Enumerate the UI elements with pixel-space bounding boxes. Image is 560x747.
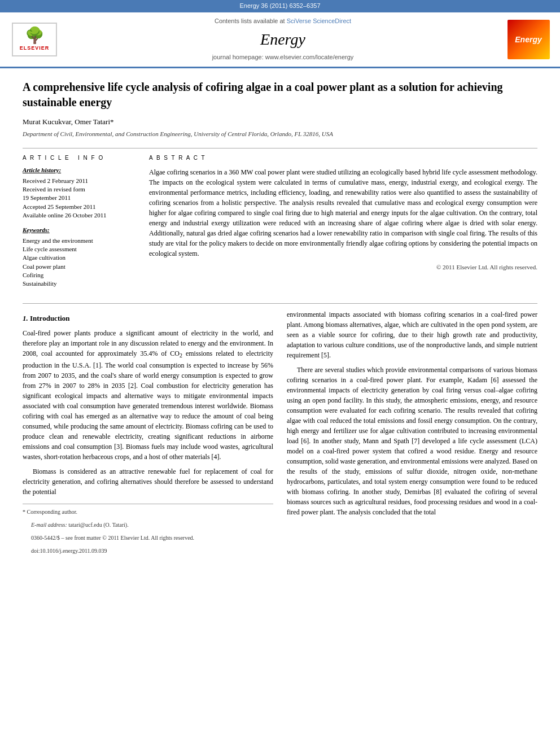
abstract-col: A B S T R A C T Algae cofiring scenarios…	[149, 154, 537, 294]
received-date: Received 2 February 2011	[23, 177, 135, 185]
divider-middle	[23, 303, 537, 304]
keyword-4: Coal power plant	[23, 263, 135, 271]
keyword-2: Life cycle assessment	[23, 245, 135, 254]
body-two-col: 1. Introduction Coal-fired power plants …	[23, 309, 537, 560]
history-label: Article history:	[23, 166, 135, 175]
elsevier-logo-image: 🌳 ELSEVIER	[12, 23, 57, 56]
body-col-right: environmental impacts associated with bi…	[287, 309, 537, 560]
journal-name: Energy	[260, 28, 305, 51]
section-title: Introduction	[30, 314, 70, 322]
journal-homepage: journal homepage: www.elsevier.com/locat…	[212, 53, 354, 62]
elsevier-logo-block: 🌳 ELSEVIER	[9, 17, 60, 62]
footnote-section: * Corresponding author. E-mail address: …	[23, 504, 273, 555]
section-num: 1.	[23, 314, 28, 322]
authors: Murat Kucukvar, Omer Tatari*	[23, 117, 537, 128]
abstract-text: Algae cofiring scenarios in a 360 MW coa…	[149, 167, 537, 259]
article-history: Article history: Received 2 February 201…	[23, 166, 135, 220]
paper-title: A comprehensive life cycle analysis of c…	[23, 80, 537, 110]
energy-logo-block: Energy	[506, 17, 551, 62]
abstract-heading: A B S T R A C T	[149, 154, 537, 163]
copyright: © 2011 Elsevier Ltd. All rights reserved…	[149, 263, 537, 272]
divider-top	[23, 148, 537, 148]
keyword-3: Algae cultivation	[23, 254, 135, 262]
footnote-email: E-mail address: tatari@ucf.edu (O. Tatar…	[23, 521, 273, 529]
body-col-left: 1. Introduction Coal-fired power plants …	[23, 309, 273, 560]
footnote-doi-line: 0360-5442/$ – see front matter © 2011 El…	[23, 534, 273, 542]
sciverse-info: Contents lists available at SciVerse Sci…	[215, 17, 351, 26]
accepted-date: Accepted 25 September 2011	[23, 203, 135, 211]
paper-content: A comprehensive life cycle analysis of c…	[0, 68, 560, 570]
energy-logo-text: Energy	[515, 34, 541, 45]
body-para-2: Biomass is considered as an attractive r…	[23, 466, 273, 497]
keywords-section: Keywords: Energy and the environment Lif…	[23, 226, 135, 289]
energy-logo-image: Energy	[508, 20, 550, 59]
keyword-5: Cofiring	[23, 271, 135, 279]
journal-header: 🌳 ELSEVIER Contents lists available at S…	[0, 12, 560, 68]
footnote-star: * Corresponding author.	[23, 508, 273, 516]
article-info-col: A R T I C L E I N F O Article history: R…	[23, 154, 135, 294]
available-date: Available online 26 October 2011	[23, 211, 135, 220]
sciverse-link[interactable]: SciVerse ScienceDirect	[287, 18, 351, 24]
journal-header-center: Contents lists available at SciVerse Sci…	[65, 17, 500, 62]
keyword-6: Sustainability	[23, 279, 135, 288]
footnote-doi: doi:10.1016/j.energy.2011.09.039	[23, 547, 273, 555]
sciverse-prefix: Contents lists available at	[215, 18, 287, 24]
section1-heading: 1. Introduction	[23, 313, 273, 324]
keyword-1: Energy and the environment	[23, 237, 135, 245]
elsevier-tree-icon: 🌳	[25, 28, 45, 43]
body-para-1: Coal-fired power plants produce a signif…	[23, 328, 273, 461]
article-info-abstract-section: A R T I C L E I N F O Article history: R…	[23, 154, 537, 294]
citation-text: Energy 36 (2011) 6352–6357	[239, 2, 320, 9]
affiliation: Department of Civil, Environmental, and …	[23, 130, 537, 139]
journal-citation-bar: Energy 36 (2011) 6352–6357	[0, 0, 560, 12]
article-info-heading: A R T I C L E I N F O	[23, 154, 135, 163]
body-para-r1: environmental impacts associated with bi…	[287, 309, 537, 360]
body-section: 1. Introduction Coal-fired power plants …	[23, 309, 537, 560]
revised-date: Received in revised form19 September 201…	[23, 185, 135, 203]
elsevier-wordmark: ELSEVIER	[20, 45, 50, 52]
keywords-label: Keywords:	[23, 226, 135, 235]
body-para-r2: There are several studies which provide …	[287, 365, 537, 517]
